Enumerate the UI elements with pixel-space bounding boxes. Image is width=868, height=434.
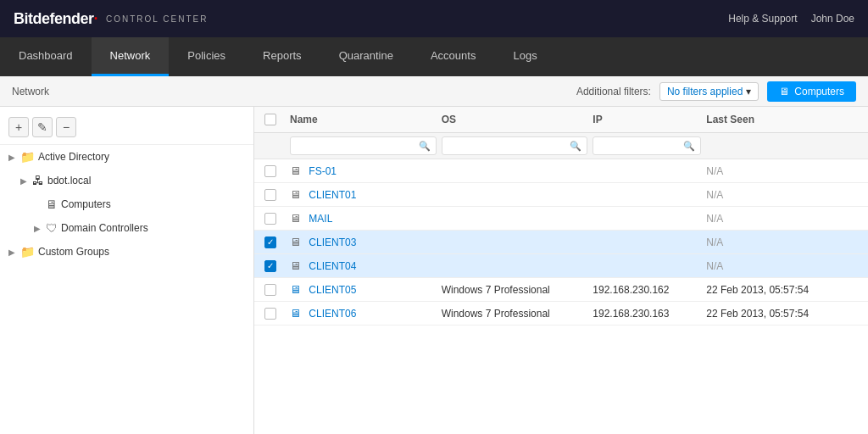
add-node-button[interactable]: +: [8, 117, 29, 137]
table-row[interactable]: ✓ 🖥 CLIENT04 N/A: [254, 254, 868, 278]
row-checkbox[interactable]: [264, 284, 276, 296]
row-os-cell-client05: Windows 7 Professional: [442, 284, 593, 296]
row-name-link-client06[interactable]: CLIENT06: [309, 308, 356, 320]
shield-icon: 🛡: [46, 221, 58, 235]
row-name-link-client04[interactable]: CLIENT04: [309, 260, 356, 272]
computers-button[interactable]: 🖥 Computers: [767, 81, 856, 102]
tree-node-computers[interactable]: ▶ 🖥 Computers: [0, 192, 253, 216]
row-name-link-mail[interactable]: MAIL: [309, 213, 332, 225]
control-center-label: CONTROL CENTER: [106, 14, 208, 24]
header-os: OS: [442, 114, 593, 125]
filter-row: 🔍 🔍 🔍: [254, 133, 868, 159]
row-monitor-icon: 🖥: [290, 188, 301, 201]
table-row[interactable]: 🖥 CLIENT01 N/A: [254, 183, 868, 207]
row-checkbox[interactable]: [264, 213, 276, 225]
monitor-icon: 🖥: [779, 86, 789, 97]
table-row[interactable]: 🖥 CLIENT05 Windows 7 Professional 192.16…: [254, 278, 868, 302]
tree-row-computers[interactable]: ▶ 🖥 Computers: [0, 195, 253, 214]
filter-ip-input-wrapper[interactable]: 🔍: [593, 136, 701, 155]
tree-toggle-dc: ▶: [34, 224, 42, 233]
row-check-cell-client06: [264, 308, 290, 320]
top-bar: Bitdefender· CONTROL CENTER Help & Suppo…: [0, 0, 868, 37]
logo-text: Bitdefender·: [14, 10, 97, 28]
tree-toggle-ad: ▶: [8, 153, 17, 162]
row-name-link-client05[interactable]: CLIENT05: [309, 284, 356, 296]
remove-node-button[interactable]: −: [56, 117, 76, 137]
nav-item-accounts[interactable]: Accounts: [412, 37, 494, 76]
row-check-cell-client04: ✓: [264, 260, 290, 272]
row-check-cell-fs01: [264, 165, 290, 177]
row-name-cell-fs01: 🖥 FS-01: [290, 164, 442, 177]
row-name-cell-client03: 🖥 CLIENT03: [290, 236, 442, 248]
tree-row-active-directory[interactable]: ▶ 📁 Active Directory: [0, 147, 253, 166]
content-panel: Name OS IP Last Seen 🔍 🔍: [254, 107, 868, 434]
filter-name-input-wrapper[interactable]: 🔍: [290, 136, 437, 155]
row-name-cell-client01: 🖥 CLIENT01: [290, 188, 442, 201]
row-name-link-client03[interactable]: CLIENT03: [309, 236, 356, 248]
tree-node-custom-groups[interactable]: ▶ 📁 Custom Groups: [0, 240, 253, 264]
tree-node-active-directory[interactable]: ▶ 📁 Active Directory: [0, 145, 253, 169]
filter-os-input[interactable]: [448, 141, 567, 151]
main-layout: + ✎ − ▶ 📁 Active Directory ▶ 🖧 bdot.loca…: [0, 107, 868, 434]
row-checkbox[interactable]: ✓: [264, 236, 276, 248]
nav-item-network[interactable]: Network: [92, 37, 170, 76]
filter-name-input[interactable]: [296, 141, 415, 151]
table-row[interactable]: 🖥 FS-01 N/A: [254, 159, 868, 183]
row-name-link-client01[interactable]: CLIENT01: [309, 189, 356, 201]
row-checkbox[interactable]: ✓: [264, 260, 276, 272]
row-monitor-icon: 🖥: [290, 236, 301, 248]
row-checkbox[interactable]: [264, 308, 276, 320]
nav-item-policies[interactable]: Policies: [169, 37, 244, 76]
table-row[interactable]: ✓ 🖥 CLIENT03 N/A: [254, 231, 868, 254]
filter-ip-input[interactable]: [598, 141, 680, 151]
header-check: [264, 114, 290, 125]
filters-label: Additional filters:: [576, 86, 651, 97]
row-lastseen-cell-client05: 22 Feb 2013, 05:57:54: [706, 284, 858, 296]
row-checkbox[interactable]: [264, 165, 276, 177]
table-row[interactable]: 🖥 CLIENT06 Windows 7 Professional 192.16…: [254, 302, 868, 326]
select-all-checkbox[interactable]: [264, 114, 276, 125]
filters-value: No filters applied: [667, 86, 743, 97]
tree-toggle-bdot: ▶: [20, 176, 29, 186]
sidebar: + ✎ − ▶ 📁 Active Directory ▶ 🖧 bdot.loca…: [0, 107, 254, 434]
row-lastseen-cell-mail: N/A: [706, 213, 858, 225]
chevron-down-icon: ▾: [746, 86, 751, 97]
help-support-link[interactable]: Help & Support: [728, 13, 797, 25]
tree-row-bdot-local[interactable]: ▶ 🖧 bdot.local: [0, 171, 253, 190]
nav-item-logs[interactable]: Logs: [494, 37, 555, 76]
filter-os-input-wrapper[interactable]: 🔍: [442, 136, 588, 155]
row-monitor-icon: 🖥: [290, 212, 301, 225]
sub-header-right: Additional filters: No filters applied ▾…: [576, 81, 856, 102]
row-name-cell-client05: 🖥 CLIENT05: [290, 283, 442, 296]
row-lastseen-cell-client03: N/A: [706, 236, 858, 248]
header-ip: IP: [593, 114, 706, 125]
row-lastseen-cell-client06: 22 Feb 2013, 05:57:54: [706, 308, 858, 320]
filter-dropdown[interactable]: No filters applied ▾: [659, 82, 759, 101]
row-checkbox[interactable]: [264, 189, 276, 201]
row-monitor-icon: 🖥: [290, 307, 301, 320]
row-name-link-fs01[interactable]: FS-01: [309, 165, 337, 177]
nav-item-quarantine[interactable]: Quarantine: [320, 37, 412, 76]
tree-node-bdot-local[interactable]: ▶ 🖧 bdot.local: [0, 169, 253, 192]
monitor-icon: 🖥: [46, 198, 58, 211]
row-ip-cell-client06: 192.168.230.163: [593, 308, 706, 320]
tree-row-domain-controllers[interactable]: ▶ 🛡 Domain Controllers: [0, 219, 253, 237]
nav-item-reports[interactable]: Reports: [244, 37, 320, 76]
row-lastseen-cell-client04: N/A: [706, 260, 858, 272]
nav-bar: Dashboard Network Policies Reports Quara…: [0, 37, 868, 76]
search-icon-os: 🔍: [570, 141, 581, 152]
tree-row-custom-groups[interactable]: ▶ 📁 Custom Groups: [0, 242, 253, 261]
tree-label-domain-controllers: Domain Controllers: [61, 222, 148, 234]
edit-node-button[interactable]: ✎: [32, 117, 53, 137]
row-check-cell-client03: ✓: [264, 236, 290, 248]
sidebar-toolbar: + ✎ −: [0, 114, 253, 145]
header-name: Name: [290, 114, 442, 125]
search-icon-ip: 🔍: [683, 141, 695, 152]
table-row[interactable]: 🖥 MAIL N/A: [254, 207, 868, 231]
search-icon-name: 🔍: [419, 141, 431, 152]
nav-item-dashboard[interactable]: Dashboard: [0, 37, 92, 76]
tree-node-domain-controllers[interactable]: ▶ 🛡 Domain Controllers: [0, 216, 253, 240]
header-last-seen: Last Seen: [706, 114, 858, 125]
row-name-cell-client06: 🖥 CLIENT06: [290, 307, 442, 320]
row-name-cell-client04: 🖥 CLIENT04: [290, 259, 442, 272]
